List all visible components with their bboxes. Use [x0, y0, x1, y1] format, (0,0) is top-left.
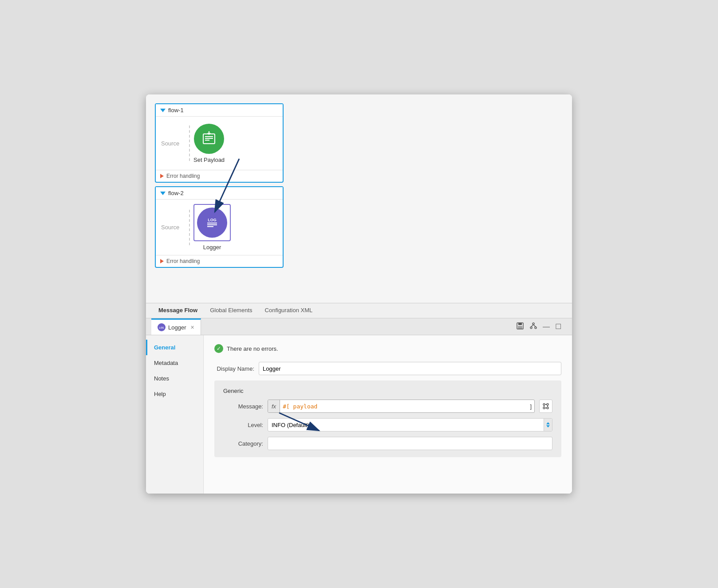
level-row: Level: INFO (Default) [223, 418, 552, 431]
main-window: flow-1 Source Set Payload [146, 94, 572, 494]
flow-1-triangle [160, 109, 166, 112]
svg-point-21 [547, 407, 548, 409]
display-name-input[interactable] [259, 362, 561, 375]
flow-1-body: Source Set Payload [156, 117, 283, 170]
logger-panel: LOG Logger × — ☐ Gen [146, 318, 572, 494]
svg-line-16 [531, 325, 533, 327]
svg-rect-12 [518, 326, 522, 329]
logger-wrapper[interactable]: LOG [193, 204, 231, 241]
flow-1-error-handling[interactable]: Error handling [156, 170, 283, 182]
message-label: Message: [223, 403, 263, 410]
set-payload-block[interactable]: Set Payload [193, 124, 225, 163]
svg-point-18 [543, 404, 545, 405]
no-errors-text: There are no errors. [227, 345, 278, 352]
logger-tab-label: Logger [168, 324, 186, 331]
minimize-icon[interactable]: — [543, 323, 550, 331]
logger-block[interactable]: LOG Logger [193, 204, 231, 251]
logger-icon[interactable]: LOG [197, 208, 227, 238]
logger-tab[interactable]: LOG Logger × [151, 318, 201, 335]
level-arrow-up[interactable] [546, 422, 550, 424]
logger-tab-bar: LOG Logger × — ☐ [146, 318, 572, 335]
message-row: Message: fx #[ payload ] [223, 400, 552, 413]
logger-tab-close[interactable]: × [190, 324, 194, 331]
flow-2-container: flow-2 Source LOG [155, 186, 284, 268]
maximize-icon[interactable]: ☐ [555, 322, 561, 331]
logger-main: ✓ There are no errors. Display Name: Gen… [204, 335, 572, 494]
sidebar-nav-metadata[interactable]: Metadata [146, 355, 203, 371]
level-arrow-down[interactable] [546, 425, 550, 427]
flow-1-source-label: Source [161, 140, 185, 147]
flow-1-title: flow-1 [168, 107, 184, 114]
error-triangle-2 [160, 259, 164, 263]
error-handling-label-1: Error handling [166, 173, 200, 179]
svg-point-20 [543, 407, 545, 409]
svg-point-14 [530, 327, 532, 329]
set-payload-icon[interactable] [194, 124, 224, 154]
flow-2-title: flow-2 [168, 190, 184, 196]
flow-1-dashed-line [189, 125, 190, 161]
level-value: INFO (Default) [272, 422, 544, 428]
flow-1-header: flow-1 [156, 104, 283, 117]
generic-section-title: Generic [223, 388, 552, 394]
logger-content: General Metadata Notes Help ✓ There are … [146, 335, 572, 494]
display-name-row: Display Name: [214, 362, 561, 375]
flow-2-source-label: Source [161, 224, 185, 231]
message-suffix: ] [530, 403, 534, 410]
save-icon[interactable] [516, 322, 524, 332]
message-text[interactable]: #[ payload [280, 403, 530, 410]
sidebar-nav-general[interactable]: General [146, 340, 203, 355]
svg-line-17 [533, 325, 536, 327]
canvas-area: flow-1 Source Set Payload [146, 94, 572, 303]
svg-text:LOG: LOG [208, 218, 217, 222]
error-triangle-1 [160, 174, 164, 178]
set-payload-label: Set Payload [193, 157, 225, 163]
category-row: Category: [223, 437, 552, 450]
fx-button[interactable]: fx [268, 400, 280, 412]
tab-message-flow[interactable]: Message Flow [153, 303, 203, 318]
generic-section: Generic Message: fx #[ payload ] [214, 380, 561, 457]
tab-configuration-xml[interactable]: Configuration XML [260, 303, 318, 318]
svg-point-15 [535, 327, 537, 329]
sidebar-nav-notes[interactable]: Notes [146, 371, 203, 386]
level-select[interactable]: INFO (Default) [268, 418, 552, 431]
svg-text:LOG: LOG [159, 326, 164, 329]
error-handling-label-2: Error handling [166, 258, 200, 264]
svg-point-19 [547, 404, 548, 405]
display-name-label: Display Name: [214, 365, 254, 372]
expression-editor-button[interactable] [539, 400, 552, 413]
flow-2-dashed-line [189, 210, 190, 245]
logger-sidebar: General Metadata Notes Help [146, 335, 204, 494]
sidebar-nav-help[interactable]: Help [146, 386, 203, 402]
no-errors-banner: ✓ There are no errors. [214, 344, 561, 353]
flow-2-triangle [160, 192, 166, 195]
tab-global-elements[interactable]: Global Elements [205, 303, 257, 318]
category-label: Category: [223, 440, 263, 447]
flow-1-container: flow-1 Source Set Payload [155, 103, 284, 183]
tree-icon[interactable] [529, 322, 537, 332]
check-icon: ✓ [214, 344, 223, 353]
svg-rect-11 [518, 323, 522, 325]
logger-tab-icon: LOG [158, 323, 166, 331]
logger-label: Logger [203, 244, 221, 251]
level-label: Level: [223, 422, 263, 428]
bottom-tab-bar: Message Flow Global Elements Configurati… [146, 303, 572, 318]
message-input-wrapper: fx #[ payload ] [268, 400, 535, 413]
category-input[interactable] [268, 437, 552, 450]
svg-point-13 [533, 323, 534, 325]
flow-2-header: flow-2 [156, 187, 283, 200]
flow-2-body: Source LOG Logger [156, 200, 283, 255]
flow-2-error-handling[interactable]: Error handling [156, 255, 283, 267]
